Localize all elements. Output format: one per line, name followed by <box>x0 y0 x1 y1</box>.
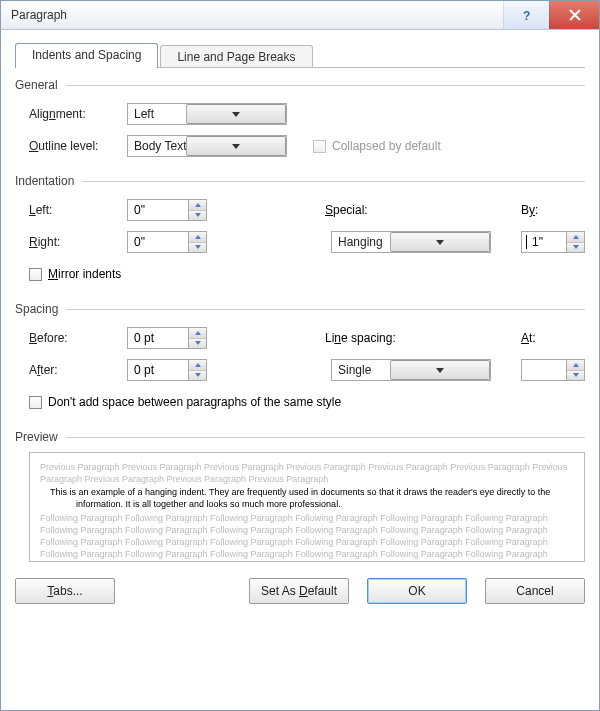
by-spinner[interactable]: 1" <box>521 231 585 253</box>
outline-label: Outline level: <box>29 139 121 153</box>
legend-indentation: Indentation <box>15 174 74 188</box>
legend-general: General <box>15 78 58 92</box>
at-spinner[interactable] <box>521 359 585 381</box>
special-label: Special: <box>325 203 485 217</box>
alignment-combo[interactable]: Left <box>127 103 287 125</box>
dialog-footer: Tabs... Set As Default OK Cancel <box>15 578 585 604</box>
collapsed-label: Collapsed by default <box>332 139 441 153</box>
line-spacing-combo[interactable]: Single <box>331 359 491 381</box>
after-label: After: <box>29 363 121 377</box>
indent-right-spinner[interactable]: 0" <box>127 231 207 253</box>
mirror-indents-checkbox[interactable]: Mirror indents <box>29 267 121 281</box>
ok-button[interactable]: OK <box>367 578 467 604</box>
chevron-down-icon[interactable] <box>390 360 490 380</box>
close-button[interactable] <box>549 1 599 29</box>
spin-down-icon[interactable] <box>189 339 206 349</box>
svg-text:?: ? <box>523 9 530 22</box>
chevron-down-icon[interactable] <box>186 104 286 124</box>
cancel-button[interactable]: Cancel <box>485 578 585 604</box>
by-label: By: <box>521 203 585 217</box>
line-spacing-value: Single <box>332 363 390 377</box>
special-value: Hanging <box>332 235 390 249</box>
titlebar: Paragraph ? <box>0 0 600 30</box>
spin-down-icon[interactable] <box>567 243 584 253</box>
preview-pane: Previous Paragraph Previous Paragraph Pr… <box>29 452 585 562</box>
tab-indents-spacing[interactable]: Indents and Spacing <box>15 43 158 68</box>
line-spacing-label: Line spacing: <box>325 331 485 345</box>
no-space-label: Don't add space between paragraphs of th… <box>48 395 341 409</box>
at-label: At: <box>521 331 585 345</box>
before-label: Before: <box>29 331 121 345</box>
after-spinner[interactable]: 0 pt <box>127 359 207 381</box>
outline-value: Body Text <box>128 139 186 153</box>
chevron-down-icon[interactable] <box>186 136 286 156</box>
section-indentation: Indentation Left: 0" Special: By: Right:… <box>15 174 585 288</box>
set-as-default-button[interactable]: Set As Default <box>249 578 349 604</box>
preview-sample-text: This is an example of a hanging indent. … <box>40 486 574 510</box>
checkbox-icon <box>29 268 42 281</box>
section-spacing: Spacing Before: 0 pt Line spacing: At: A… <box>15 302 585 416</box>
dialog-body: Indents and Spacing Line and Page Breaks… <box>0 30 600 711</box>
spin-up-icon[interactable] <box>189 328 206 339</box>
checkbox-icon <box>29 396 42 409</box>
spin-up-icon[interactable] <box>567 232 584 243</box>
tab-line-page-breaks[interactable]: Line and Page Breaks <box>160 45 312 67</box>
window-title: Paragraph <box>1 1 503 29</box>
indent-right-label: Right: <box>29 235 121 249</box>
special-combo[interactable]: Hanging <box>331 231 491 253</box>
collapsed-checkbox: Collapsed by default <box>313 139 441 153</box>
after-value: 0 pt <box>128 360 188 380</box>
checkbox-icon <box>313 140 326 153</box>
by-value: 1" <box>528 235 543 249</box>
preview-following-text: Following Paragraph Following Paragraph … <box>40 512 574 562</box>
spin-down-icon[interactable] <box>189 211 206 221</box>
preview-previous-text: Previous Paragraph Previous Paragraph Pr… <box>40 461 574 485</box>
legend-preview: Preview <box>15 430 58 444</box>
spin-up-icon[interactable] <box>189 200 206 211</box>
outline-combo[interactable]: Body Text <box>127 135 287 157</box>
spin-down-icon[interactable] <box>567 371 584 381</box>
spin-down-icon[interactable] <box>189 371 206 381</box>
tab-strip: Indents and Spacing Line and Page Breaks <box>15 42 585 68</box>
spin-up-icon[interactable] <box>189 360 206 371</box>
spin-down-icon[interactable] <box>189 243 206 253</box>
legend-spacing: Spacing <box>15 302 58 316</box>
spin-up-icon[interactable] <box>189 232 206 243</box>
no-space-same-style-checkbox[interactable]: Don't add space between paragraphs of th… <box>29 395 341 409</box>
section-general: General Alignment: Left Outline level: B… <box>15 78 585 160</box>
at-value <box>522 360 566 380</box>
alignment-label: Alignment: <box>29 107 121 121</box>
mirror-label: Mirror indents <box>48 267 121 281</box>
tabs-button[interactable]: Tabs... <box>15 578 115 604</box>
alignment-value: Left <box>128 107 186 121</box>
spin-up-icon[interactable] <box>567 360 584 371</box>
indent-left-label: Left: <box>29 203 121 217</box>
chevron-down-icon[interactable] <box>390 232 490 252</box>
indent-left-spinner[interactable]: 0" <box>127 199 207 221</box>
section-preview: Preview Previous Paragraph Previous Para… <box>15 430 585 562</box>
indent-right-value: 0" <box>128 232 188 252</box>
before-spinner[interactable]: 0 pt <box>127 327 207 349</box>
indent-left-value: 0" <box>128 200 188 220</box>
before-value: 0 pt <box>128 328 188 348</box>
help-button[interactable]: ? <box>503 1 549 29</box>
